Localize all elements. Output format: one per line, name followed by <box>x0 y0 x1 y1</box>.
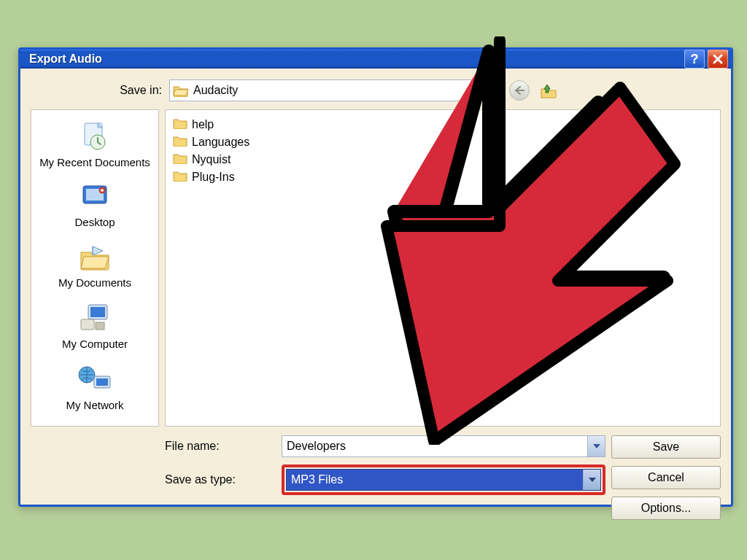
svg-rect-7 <box>81 319 94 330</box>
places-label: My Network <box>31 399 158 411</box>
savetype-label: Save as type: <box>165 473 267 486</box>
places-label: My Recent Documents <box>31 156 158 168</box>
places-my-computer[interactable]: My Computer <box>31 298 158 359</box>
my-network-icon <box>77 363 113 395</box>
save-in-row: Save in: Audacity <box>31 76 721 105</box>
file-name: Nyquist <box>192 153 231 166</box>
annotation-highlight: MP3 Files <box>282 464 605 495</box>
up-one-level-button[interactable] <box>538 80 559 101</box>
help-button[interactable]: ? <box>684 50 705 69</box>
folder-icon <box>173 170 187 184</box>
save-button[interactable]: Save <box>611 435 721 459</box>
list-item[interactable]: Plug-Ins <box>173 168 713 186</box>
save-in-combo[interactable]: Audacity <box>169 79 492 101</box>
file-name: Plug-Ins <box>192 171 235 184</box>
recent-documents-icon <box>77 120 112 152</box>
save-in-value: Audacity <box>193 84 473 97</box>
places-recent-documents[interactable]: My Recent Documents <box>31 116 158 177</box>
savetype-combo[interactable]: MP3 Files <box>286 469 601 491</box>
my-computer-icon <box>77 302 113 334</box>
close-button[interactable] <box>708 50 728 69</box>
list-item[interactable]: help <box>173 116 713 133</box>
svg-rect-6 <box>90 307 105 317</box>
savetype-value: MP3 Files <box>291 473 583 486</box>
svg-rect-8 <box>96 322 104 330</box>
file-name: help <box>192 118 214 131</box>
cancel-button[interactable]: Cancel <box>611 466 721 489</box>
chevron-down-icon[interactable] <box>583 470 600 490</box>
desktop-icon <box>77 182 112 212</box>
filename-row: File name: Developers <box>165 435 605 457</box>
places-label: Desktop <box>31 216 158 228</box>
titlebar-title: Export Audio <box>29 52 681 66</box>
options-button[interactable]: Options... <box>611 497 721 520</box>
my-documents-icon <box>77 242 113 273</box>
places-label: My Computer <box>31 338 158 350</box>
folder-icon <box>173 152 187 167</box>
places-desktop[interactable]: Desktop <box>31 177 158 237</box>
savetype-row: Save as type: MP3 Files <box>165 464 605 495</box>
titlebar[interactable]: Export Audio ? <box>20 50 731 69</box>
list-item[interactable]: Nyquist <box>173 151 713 168</box>
folder-open-icon <box>173 84 189 97</box>
dialog-content: Save in: Audacity <box>20 69 731 527</box>
list-item[interactable]: Languages <box>173 133 713 151</box>
file-list[interactable]: help Languages Nyquist Plug-Ins <box>165 109 721 427</box>
places-my-documents[interactable]: My Documents <box>31 238 158 298</box>
export-audio-dialog: Export Audio ? Save in: Audacity <box>18 47 733 507</box>
filename-value: Developers <box>287 440 587 453</box>
file-name: Languages <box>192 136 249 149</box>
folder-icon <box>173 117 187 132</box>
chevron-down-icon[interactable] <box>473 80 491 101</box>
filename-input[interactable]: Developers <box>282 435 605 457</box>
filename-label: File name: <box>165 440 267 453</box>
places-my-network[interactable]: My Network <box>31 359 158 420</box>
save-in-label: Save in: <box>31 84 162 97</box>
chevron-down-icon[interactable] <box>587 436 605 456</box>
svg-rect-11 <box>96 378 108 386</box>
places-label: My Documents <box>31 276 158 289</box>
back-button[interactable] <box>509 80 530 101</box>
folder-icon <box>173 135 187 149</box>
places-bar: My Recent Documents Desktop <box>31 109 159 427</box>
